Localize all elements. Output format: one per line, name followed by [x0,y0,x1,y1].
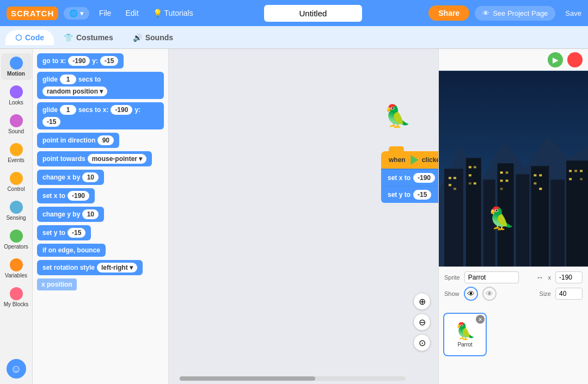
see-project-button[interactable]: 👁 See Project Page [475,6,555,21]
svg-rect-13 [454,188,456,190]
block-glide-random[interactable]: glide 1 secs to random position ▾ [37,72,164,99]
hide-button[interactable]: 👁 [482,287,497,301]
project-title-area [203,5,424,22]
set-y-value: -15 [413,190,431,200]
sprite-label: Sprite [444,274,460,281]
arrows-icon: ↔ [536,273,544,282]
add-sprite-button[interactable]: ☺ [7,359,26,379]
scratch-logo: SCRATCH [7,7,58,20]
blocks-panel: go to x: -190 y: -15 glide 1 secs to ran… [33,49,169,384]
tutorials-button[interactable]: 💡 Tutorials [149,7,198,20]
canvas-scrollbar[interactable] [180,376,406,381]
block-point-towards[interactable]: point towards mouse-pointer ▾ [37,151,164,166]
eye-closed-icon: 👁 [486,289,493,298]
set-x-value: -190 [413,173,435,183]
events-dot [10,143,23,156]
zoom-fit-button[interactable]: ⊙ [413,334,431,351]
svg-rect-29 [574,170,577,172]
svg-rect-23 [500,188,503,190]
block-goto[interactable]: go to x: -190 y: -15 [37,53,164,69]
sidebar-item-sound[interactable]: Sound [1,111,32,138]
svg-rect-24 [534,175,536,177]
block-set-y[interactable]: set y to -15 [37,225,164,240]
block-point-direction[interactable]: point in direction 90 [37,133,164,148]
stage-area: 🦜 [439,71,588,267]
sidebar-item-looks[interactable]: Looks [1,82,32,109]
x-input[interactable] [555,271,583,283]
sidebar-item-motion[interactable]: Motion [1,53,32,80]
size-input[interactable] [555,288,583,300]
when-clicked-group[interactable]: when clicked set x to -190 set y to -15 [381,151,438,203]
stop-button[interactable] [567,52,583,67]
svg-rect-22 [506,180,509,182]
globe-button[interactable]: 🌐 ▾ [64,7,89,20]
canvas-set-x-block[interactable]: set x to -190 [381,169,438,186]
block-bounce[interactable]: if on edge, bounce [37,244,164,257]
sidebar-item-control[interactable]: Control [1,169,32,195]
edit-menu[interactable]: Edit [121,7,143,20]
svg-rect-6 [516,175,529,267]
sidebar-item-events[interactable]: Events [1,140,32,166]
share-button[interactable]: Share [428,5,469,21]
svg-rect-16 [469,175,471,177]
right-panel: ▶ [438,49,588,384]
tab-sounds[interactable]: 🔊 Sounds [123,30,183,45]
sprite-name-input[interactable] [464,271,519,283]
canvas-set-y-block[interactable]: set y to -15 [381,186,438,203]
svg-rect-21 [500,180,503,182]
save-button[interactable]: Save [565,9,581,17]
canvas-area[interactable]: when clicked set x to -190 set y to -15 … [169,49,438,384]
svg-rect-2 [444,169,463,267]
block-change-y[interactable]: change y by 10 [37,207,164,222]
zoom-in-button[interactable]: ⊕ [413,293,431,310]
green-flag-icon [409,155,419,165]
sprite-card-parrot[interactable]: ✕ 🦜 Parrot [443,313,487,356]
svg-rect-27 [539,188,542,190]
size-label: Size [540,290,551,297]
tab-costumes[interactable]: 👕 Costumes [54,30,123,45]
file-menu[interactable]: File [95,7,116,20]
sidebar-item-operators[interactable]: Operators [1,226,32,253]
zoom-out-button[interactable]: ⊖ [413,313,431,331]
sprite-thumbnail: 🦜 [455,321,475,340]
zoom-in-icon: ⊕ [419,296,426,307]
control-label: Control [7,186,24,192]
svg-rect-11 [454,177,456,179]
project-title-input[interactable] [264,5,362,22]
sprite-list: ✕ 🦜 Parrot [439,308,588,384]
parrot-canvas-sprite: 🦜 [384,103,411,129]
sidebar-item-sensing[interactable]: Sensing [1,197,32,224]
looks-label: Looks [9,100,23,106]
sound-dot [10,114,23,127]
sidebar-item-myblocks[interactable]: My Blocks [1,284,32,311]
show-button[interactable]: 👁 [464,287,478,301]
svg-rect-32 [580,178,583,181]
svg-rect-30 [580,170,583,172]
sound-label: Sound [8,128,24,134]
stage-controls: ▶ [439,49,588,71]
tabs-row: ⬡ Code 👕 Costumes 🔊 Sounds [0,26,588,49]
sprite-props: Sprite ↔ x Show 👁 👁 Size [439,267,588,308]
lightbulb-icon: 💡 [153,9,162,17]
svg-rect-17 [469,183,471,185]
block-x-position[interactable]: x position [37,278,164,290]
scrollbar-thumb [180,376,315,381]
block-glide-xy[interactable]: glide 1 secs to x: -190 y: -15 [37,102,164,129]
motion-label: Motion [7,71,25,77]
green-flag-button[interactable]: ▶ [548,52,563,67]
svg-rect-3 [466,158,481,267]
sprite-delete-button[interactable]: ✕ [476,315,485,324]
block-set-x[interactable]: set x to -190 [37,188,164,203]
block-rotation-style[interactable]: set rotation style left-right ▾ [37,260,164,275]
svg-rect-25 [539,175,542,177]
category-sidebar: Motion Looks Sound Events Control Sensin… [0,49,33,384]
tab-code[interactable]: ⬡ Code [5,30,54,45]
block-change-x[interactable]: change x by 10 [37,170,164,185]
eye-icon: 👁 [482,9,489,17]
eye-open-icon: 👁 [467,289,475,298]
svg-rect-7 [531,166,549,267]
when-clicked-hat[interactable]: when clicked [381,151,438,169]
svg-rect-14 [469,166,471,169]
svg-rect-19 [500,172,503,174]
sidebar-item-variables[interactable]: Variables [1,255,32,282]
